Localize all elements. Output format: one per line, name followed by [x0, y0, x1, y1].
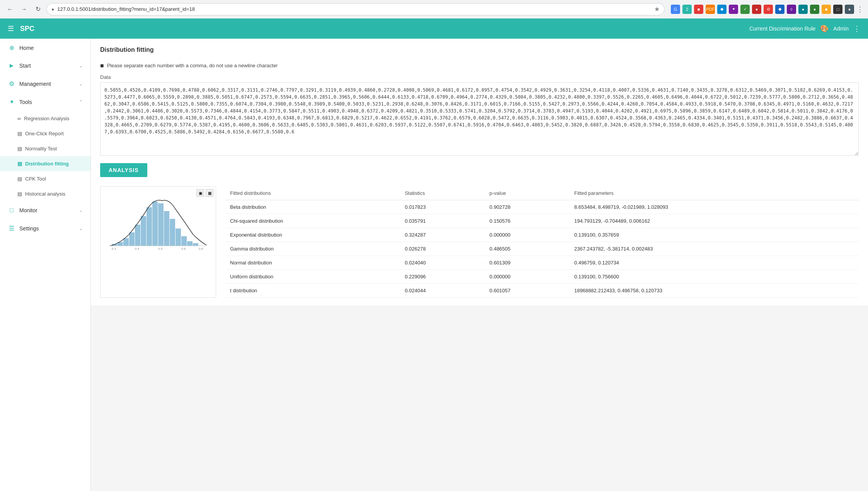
svg-rect-2	[123, 238, 129, 246]
cell-pvalue-6: 0.601057	[485, 284, 570, 298]
extensions-menu[interactable]: ⋮	[856, 5, 863, 14]
cell-params-6: 18968882.212433, 0.496758, 0.120733	[570, 284, 859, 298]
lock-icon: ●	[51, 7, 54, 12]
page-title: Distribution fitting	[100, 46, 859, 56]
palette-icon[interactable]: 🎨	[820, 24, 829, 33]
cell-pvalue-1: 0.150576	[485, 214, 570, 228]
sidebar-item-settings[interactable]: ☰ Settings ⌄	[0, 219, 90, 237]
ext-16[interactable]: ●	[845, 5, 854, 14]
sidebar-label-management: Management	[19, 81, 75, 87]
cell-params-0: 8.653484, 8.498719, -0.021989, 1.028093	[570, 200, 859, 214]
cell-pvalue-3: 0.486505	[485, 242, 570, 256]
hamburger-menu[interactable]: ☰	[8, 24, 14, 33]
chart-tool-2[interactable]: ▦	[206, 189, 213, 197]
svg-text:0.6: 0.6	[181, 247, 186, 251]
table-row: t distribution 0.024044 0.601057 1896888…	[225, 284, 859, 298]
back-button[interactable]: ←	[5, 4, 15, 15]
content-area: Distribution fitting ■ Please separate e…	[91, 39, 868, 491]
settings-arrow: ⌄	[79, 226, 83, 231]
header-left: ☰ SPC	[8, 24, 34, 33]
cell-pvalue-4: 0.601309	[485, 256, 570, 270]
ext-13[interactable]: ●	[810, 5, 819, 14]
ext-3[interactable]: ■	[694, 5, 703, 14]
sidebar-item-historical[interactable]: ▤ Historical analysis	[0, 186, 90, 201]
ext-2[interactable]: 2	[682, 5, 692, 14]
analysis-button[interactable]: ANALYSIS	[100, 163, 147, 177]
forward-button[interactable]: →	[19, 4, 29, 15]
table-row: Chi-squared distribution 0.035791 0.1505…	[225, 214, 859, 228]
cell-distribution-5: Uniform distribution	[225, 270, 400, 284]
ext-8[interactable]: ●	[752, 5, 761, 14]
ext-5[interactable]: ◆	[717, 5, 726, 14]
page-card: Distribution fitting ■ Please separate e…	[91, 39, 868, 305]
svg-rect-3	[129, 232, 135, 246]
chart-tool-1[interactable]: ▣	[196, 189, 204, 197]
ext-11[interactable]: ◊	[787, 5, 796, 14]
cell-statistics-3: 0.026278	[400, 242, 485, 256]
ext-12[interactable]: ●	[798, 5, 808, 14]
cell-pvalue-5: 0.000000	[485, 270, 570, 284]
data-input[interactable]	[100, 82, 859, 156]
sidebar-item-distribution[interactable]: ▤ Distribution fitting	[0, 156, 90, 171]
cell-params-2: 0.139100, 0.357659	[570, 228, 859, 242]
svg-text:0.4: 0.4	[135, 247, 140, 251]
table-row: Exponential distribution 0.324287 0.0000…	[225, 228, 859, 242]
sidebar-label-home: Home	[19, 45, 83, 51]
ext-14[interactable]: ■	[822, 5, 831, 14]
svg-rect-6	[147, 207, 152, 246]
management-arrow: ⌄	[79, 81, 83, 87]
cpk-icon: ▤	[17, 176, 22, 182]
sidebar-label-regression: Regression Analysis	[24, 116, 69, 121]
browser-extensions: G 2 ■ PDF ◆ ✦ ✓ ● ⊘ ◆ ◊ ● ● ■ □ ● ⋮	[671, 5, 863, 14]
svg-rect-13	[187, 241, 193, 246]
ext-4[interactable]: PDF	[706, 5, 715, 14]
ext-1[interactable]: G	[671, 5, 680, 14]
star-icon[interactable]: ★	[654, 5, 660, 13]
sidebar-item-normality[interactable]: ▤ Normality Test	[0, 141, 90, 156]
svg-rect-8	[158, 203, 164, 246]
cell-params-5: 0.139100, 0.756600	[570, 270, 859, 284]
chart-container: ▣ ▦	[100, 186, 216, 298]
ext-10[interactable]: ◆	[775, 5, 784, 14]
results-table: Fitted distributions Statistics p-value …	[225, 186, 859, 298]
table-row: Gamma distribution 0.026278 0.486505 236…	[225, 242, 859, 256]
cell-statistics-2: 0.324287	[400, 228, 485, 242]
ext-6[interactable]: ✦	[729, 5, 738, 14]
sidebar-item-management[interactable]: ⚙ Management ⌄	[0, 75, 90, 93]
management-icon: ⚙	[8, 80, 15, 87]
svg-rect-12	[181, 236, 187, 246]
ext-15[interactable]: □	[833, 5, 842, 14]
sidebar-item-regression[interactable]: ∞ Regression Analysis	[0, 111, 90, 126]
admin-menu-icon[interactable]: ⋮	[853, 24, 860, 33]
sidebar-item-tools[interactable]: ✦ Tools ⌃	[0, 93, 90, 111]
svg-text:0.8: 0.8	[199, 247, 203, 251]
chart-tools: ▣ ▦	[196, 189, 213, 197]
sidebar-item-start[interactable]: ► Start ⌄	[0, 57, 90, 75]
app-header: ☰ SPC Current Discrimination Rule 🎨 Admi…	[0, 19, 868, 39]
bullet-icon: ■	[100, 63, 104, 69]
sidebar-item-one-click[interactable]: ▤ One-Click Report	[0, 126, 90, 141]
sidebar-label-settings: Settings	[19, 225, 75, 232]
cell-distribution-3: Gamma distribution	[225, 242, 400, 256]
instruction-text: Please separate each number with a comma…	[107, 63, 278, 68]
start-icon: ►	[8, 62, 15, 69]
sidebar-item-home[interactable]: ⊕ Home	[0, 39, 90, 57]
ext-9[interactable]: ⊘	[764, 5, 773, 14]
discrimination-rule-label: Current Discrimination Rule	[749, 26, 815, 32]
cell-distribution-2: Exponential distribution	[225, 228, 400, 242]
svg-rect-10	[170, 219, 175, 246]
sidebar-label-start: Start	[19, 63, 75, 69]
refresh-button[interactable]: ↻	[32, 4, 43, 15]
cell-params-1: 194.793129, -0.704489, 0.006162	[570, 214, 859, 228]
url-bar[interactable]: ● 127.0.0.1:5001/distribution_fitting?me…	[46, 3, 665, 15]
cell-statistics-5: 0.229096	[400, 270, 485, 284]
cell-pvalue-2: 0.000000	[485, 228, 570, 242]
col-header-distribution: Fitted distributions	[225, 186, 400, 200]
sidebar-item-cpk[interactable]: ▤ CPK Tool	[0, 171, 90, 186]
normality-icon: ▤	[17, 146, 22, 152]
app-title: SPC	[20, 25, 34, 33]
ext-7[interactable]: ✓	[740, 5, 750, 14]
sidebar-item-monitor[interactable]: □ Monitor ⌄	[0, 201, 90, 219]
results-table-container: Fitted distributions Statistics p-value …	[225, 186, 859, 298]
svg-rect-9	[164, 211, 169, 246]
